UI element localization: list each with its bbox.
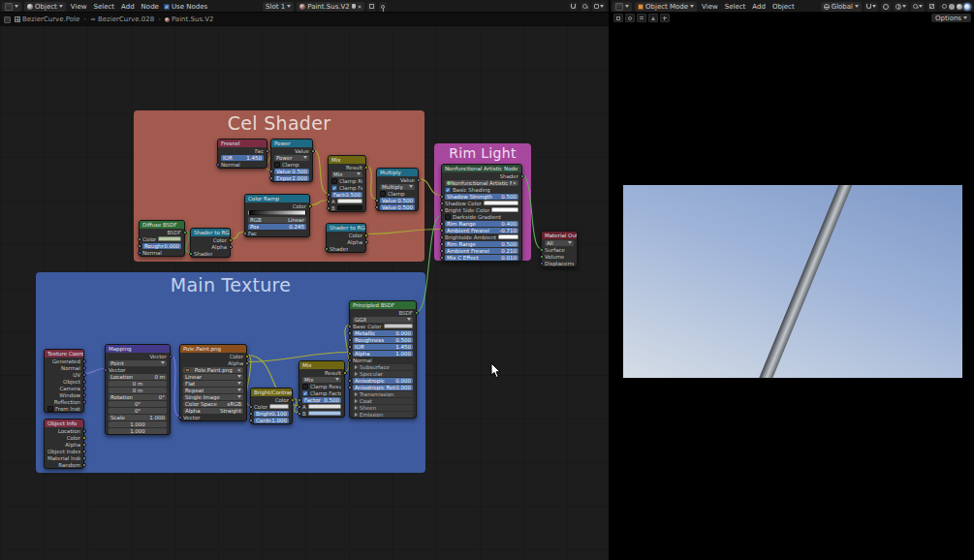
b[interactable]: B (299, 410, 344, 417)
input-socket[interactable] (348, 379, 352, 383)
mix-c-effect[interactable]: Mix C Effect0.010 (442, 254, 521, 261)
ambient-fresnel[interactable]: Ambient Fresnel0.210 (442, 247, 521, 254)
input-socket[interactable] (375, 199, 379, 202)
input-socket[interactable] (249, 419, 253, 422)
input-socket[interactable] (440, 208, 444, 212)
breadcrumb-object[interactable]: BezierCurve.Pole (15, 16, 79, 23)
out-socket-camera[interactable]: Camera (45, 385, 83, 391)
vp-menu-add[interactable]: Add (750, 3, 768, 11)
input-socket[interactable] (440, 229, 444, 233)
pole-paint-png[interactable]: Pole.Paint.png✕ (180, 366, 246, 373)
output-socket[interactable] (82, 436, 86, 440)
out-socket-alpha[interactable]: Alpha (191, 243, 230, 250)
node-header[interactable]: Principled BSDF (350, 301, 416, 309)
node-shader-to-rgb-2[interactable]: Shader to RGBColorAlphaShader (326, 223, 366, 253)
input-socket[interactable] (269, 176, 273, 180)
input-socket[interactable] (540, 262, 544, 265)
in-socket-surface[interactable]: Surface (542, 246, 577, 253)
factor[interactable]: Factor0.500 (329, 191, 365, 198)
viewport-toolbar-icon[interactable] (637, 14, 646, 22)
out-socket-normal[interactable]: Normal (45, 364, 83, 371)
shader-type-dropdown[interactable]: Object (24, 2, 66, 12)
input-socket[interactable] (440, 235, 444, 239)
in-socket-normal[interactable]: Normal (218, 161, 267, 168)
overlays-toggle[interactable] (581, 2, 589, 12)
vp-menu-select[interactable]: Select (723, 3, 748, 11)
out-socket-alpha[interactable]: Alpha (327, 238, 365, 245)
exponent[interactable]: Exponent2.000 (271, 174, 312, 181)
input-socket[interactable] (178, 416, 182, 420)
input-socket[interactable] (138, 237, 141, 241)
node-header[interactable]: Pole.Paint.png (180, 345, 246, 353)
input-socket[interactable] (138, 244, 141, 248)
in-socket-displacement[interactable]: Displacement (542, 260, 577, 266)
brightside-ambient[interactable]: Brightside Ambient (442, 233, 521, 240)
grad[interactable] (245, 209, 309, 216)
options-button[interactable]: Options (931, 14, 971, 22)
color[interactable]: Color (140, 235, 184, 242)
node-mapping[interactable]: MappingVectorPointVectorLocation0 m0 m0 … (105, 344, 171, 435)
output-socket[interactable] (82, 463, 86, 467)
in-socket-normal[interactable]: Normal (350, 357, 416, 363)
menu-add[interactable]: Add (119, 3, 137, 11)
breadcrumb-curve[interactable]: ≈BezierCurve.028 (90, 16, 154, 23)
out-socket-value[interactable]: Value (377, 176, 418, 183)
in-socket-shader[interactable]: Shader (327, 245, 365, 252)
rendered-shading-icon[interactable] (964, 4, 970, 10)
new-material-button[interactable] (367, 2, 376, 12)
output-socket[interactable] (520, 174, 524, 178)
scale[interactable]: Scale1.000 (106, 414, 170, 420)
input-socket[interactable] (298, 398, 301, 402)
0-m[interactable]: 0 m (106, 387, 170, 393)
location[interactable]: Location0 m (106, 373, 170, 380)
output-socket[interactable] (364, 240, 368, 244)
rim-range[interactable]: Rim Range0.500 (442, 240, 521, 247)
node-mix-color-2[interactable]: MixResultMixClamp Result✓Clamp FactorFac… (298, 360, 345, 418)
pin-button[interactable] (379, 2, 387, 12)
input-socket[interactable] (249, 405, 253, 409)
input-socket[interactable] (104, 368, 108, 372)
sheen[interactable]: Sheen (350, 404, 416, 411)
menu-node[interactable]: Node (140, 3, 161, 11)
point[interactable]: Point (106, 359, 170, 366)
input-socket[interactable] (348, 352, 352, 356)
xray-toggle[interactable] (927, 2, 936, 12)
base-color[interactable]: Base Color (350, 323, 416, 329)
mix[interactable]: Mix (329, 171, 365, 177)
input-socket[interactable] (440, 195, 444, 199)
input-socket[interactable] (216, 163, 220, 167)
out-socket-bsdf[interactable]: BSDF (350, 309, 416, 316)
input-socket[interactable] (298, 405, 301, 409)
out-socket-result[interactable]: Result (299, 369, 344, 376)
vp-menu-object[interactable]: Object (770, 3, 797, 11)
input-socket[interactable] (138, 251, 141, 255)
node-header[interactable]: Mapping (106, 345, 170, 353)
value[interactable]: Value0.500 (377, 203, 418, 210)
out-socket-color[interactable]: Color (180, 353, 246, 359)
contrast[interactable]: Contrast1.000 (251, 417, 292, 423)
metallic[interactable]: Metallic0.000 (350, 329, 416, 336)
node-header[interactable]: Object Info (45, 420, 83, 427)
alpha[interactable]: AlphaStraight (180, 407, 246, 414)
out-socket-color[interactable]: Color (251, 396, 292, 403)
a[interactable]: A (299, 403, 344, 410)
color-space[interactable]: Color SpacesRGB (180, 400, 246, 407)
output-socket[interactable] (415, 311, 419, 315)
node-header[interactable]: Mix (299, 361, 344, 369)
emission[interactable]: Emission (350, 411, 416, 418)
input-socket[interactable] (440, 222, 444, 226)
menu-view[interactable]: View (69, 3, 89, 11)
out-socket-window[interactable]: Window (45, 391, 83, 398)
value[interactable]: Value0.500 (271, 168, 312, 174)
input-socket[interactable] (348, 325, 352, 328)
rotation[interactable]: Rotation0° (106, 393, 170, 400)
output-socket[interactable] (82, 393, 86, 397)
input-socket[interactable] (189, 252, 193, 256)
editor-type-dropdown[interactable] (2, 2, 21, 12)
single-image[interactable]: Single Image (180, 393, 246, 400)
node-header[interactable]: Mix (329, 156, 365, 164)
clamp-factor[interactable]: ✓Clamp Factor (299, 389, 344, 396)
node-image-texture[interactable]: Pole.Paint.pngColorAlphaPole.Paint.png✕L… (179, 344, 247, 421)
output-socket[interactable] (82, 456, 86, 460)
in-socket-vector[interactable]: Vector (106, 366, 170, 373)
